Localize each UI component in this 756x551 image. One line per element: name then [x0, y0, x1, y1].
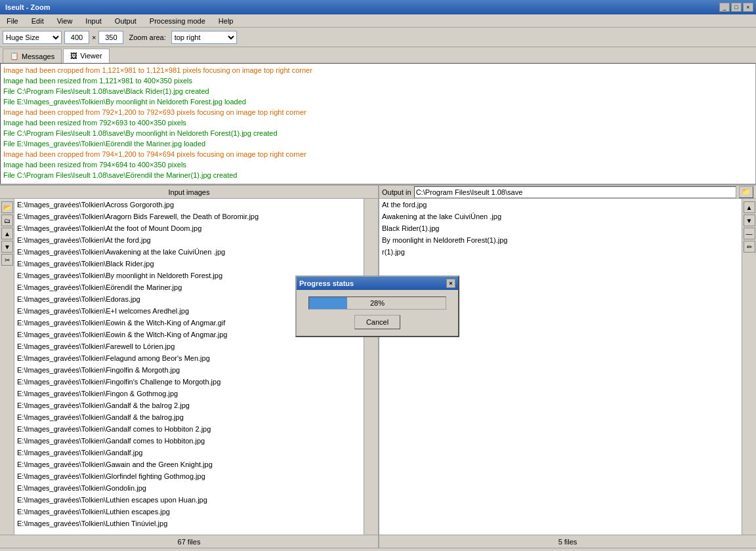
- list-item[interactable]: Awakening at the lake CuiviÚnen .jpg: [379, 211, 742, 222]
- log-line: Image had been cropped from 792×1,200 to…: [3, 107, 753, 117]
- list-item[interactable]: E:\Images_gravées\Tolkien\Awakening at t…: [14, 246, 364, 258]
- log-line: Image had been resized from 794×694 to 4…: [3, 159, 753, 170]
- list-item[interactable]: r(1).jpg: [379, 246, 742, 258]
- list-item[interactable]: E:\Images_gravées\Tolkien\Gawain and the…: [14, 459, 364, 470]
- progress-bar-fill: [309, 297, 347, 309]
- height-input[interactable]: [98, 31, 123, 44]
- list-item[interactable]: E:\Images_gravées\Tolkien\Gandalf & the …: [14, 411, 364, 423]
- status-bar: Process selected images: [0, 548, 756, 551]
- list-item[interactable]: E:\Images_gravées\Tolkien\Luthien Tinúvi…: [14, 518, 364, 529]
- viewer-icon: 🖼: [70, 52, 77, 60]
- list-item[interactable]: E:\Images_gravées\Tolkien\Fingolfin's Ch…: [14, 376, 364, 388]
- tab-messages[interactable]: 📋 Messages: [3, 49, 62, 63]
- add-folder-button[interactable]: 🗂: [1, 214, 13, 226]
- list-item[interactable]: E:\Images_gravées\Tolkien\At the ford.jp…: [14, 234, 364, 246]
- list-item[interactable]: E:\Images_gravées\Tolkien\Black Rider.jp…: [14, 258, 364, 270]
- log-line: Image had been cropped from 1,121×981 to…: [3, 65, 753, 75]
- input-panel: Input images 📂 🗂 ▲ ▼ ✂ E:\Images_gravées…: [0, 186, 379, 535]
- output-list-container: At the ford.jpgAwakening at the lake Cui…: [379, 199, 756, 535]
- menu-output[interactable]: Output: [111, 16, 140, 26]
- zoom-select[interactable]: top right: [171, 31, 237, 44]
- menu-processing-mode[interactable]: Processing mode: [146, 16, 209, 26]
- list-item[interactable]: E:\Images_gravées\Tolkien\Gandalf comes …: [14, 423, 364, 435]
- log-line: File C:\Program Files\Iseult 1.08\save\B…: [3, 128, 753, 138]
- output-edit-button[interactable]: ✏: [744, 241, 755, 253]
- log-area[interactable]: Image had been cropped from 1,121×981 to…: [0, 63, 756, 184]
- log-line: File E:\Images_gravées\Tolkien\By moonli…: [3, 96, 753, 107]
- dialog-close-button[interactable]: ×: [446, 279, 455, 288]
- menu-file[interactable]: File: [3, 16, 22, 26]
- output-browse-button[interactable]: 📁: [739, 186, 753, 198]
- list-item[interactable]: E:\Images_gravées\Tolkien\Gandalf.jpg: [14, 447, 364, 459]
- dialog-body: 28% Cancel: [297, 290, 458, 336]
- log-line: Image had been resized from 792×693 to 4…: [3, 117, 753, 128]
- size-separator: ×: [92, 33, 96, 41]
- list-item[interactable]: E:\Images_gravées\Tolkien\Aragorn Bids F…: [14, 211, 364, 222]
- input-icon-buttons: 📂 🗂 ▲ ▼ ✂: [0, 199, 14, 535]
- menu-view[interactable]: View: [53, 16, 77, 26]
- menu-edit[interactable]: Edit: [28, 16, 48, 26]
- list-item[interactable]: By moonlight in Neldoreth Forest(1).jpg: [379, 234, 742, 246]
- move-up-button[interactable]: ▲: [1, 228, 13, 239]
- output-file-list[interactable]: At the ford.jpgAwakening at the lake Cui…: [379, 199, 742, 535]
- list-item[interactable]: E:\Images_gravées\Tolkien\Luthien escape…: [14, 506, 364, 518]
- log-line: Image had been resized from 1,121×981 to…: [3, 75, 753, 86]
- size-select[interactable]: Huge Size: [3, 31, 62, 44]
- log-line: File E:\Images_gravées\Tolkien\Eörendil …: [3, 138, 753, 149]
- output-in-label: Output in: [382, 188, 411, 196]
- output-minus-button[interactable]: —: [744, 228, 755, 239]
- window-title: Iseult - Zoom: [3, 3, 50, 11]
- list-item[interactable]: E:\Images_gravées\Tolkien\Luthien escape…: [14, 494, 364, 506]
- window-controls[interactable]: _ □ ×: [719, 3, 753, 12]
- input-file-count: 67 files: [0, 535, 379, 548]
- log-line: Image had been cropped from 794×1,200 to…: [3, 149, 753, 159]
- tab-bar: 📋 Messages 🖼 Viewer: [0, 47, 756, 63]
- tab-messages-label: Messages: [22, 52, 54, 60]
- menu-bar: File Edit View Input Output Processing m…: [0, 14, 756, 28]
- menu-help[interactable]: Help: [215, 16, 238, 26]
- maximize-button[interactable]: □: [731, 3, 742, 12]
- add-files-button[interactable]: 📂: [1, 201, 13, 213]
- input-list-container: 📂 🗂 ▲ ▼ ✂ E:\Images_gravées\Tolkien\Acro…: [0, 199, 378, 535]
- output-panel-header: Output in 📁: [379, 186, 756, 199]
- dialog-title-text: Progress status: [299, 279, 354, 287]
- tab-viewer-label: Viewer: [80, 52, 102, 60]
- input-panel-header: Input images: [0, 186, 378, 199]
- list-item[interactable]: E:\Images_gravées\Tolkien\Gandalf comes …: [14, 435, 364, 447]
- toolbar: Huge Size × Zoom area: top right: [0, 28, 756, 47]
- progress-percent-text: 28%: [370, 299, 385, 307]
- bottom-section: Input images 📂 🗂 ▲ ▼ ✂ E:\Images_gravées…: [0, 184, 756, 535]
- messages-icon: 📋: [10, 52, 19, 60]
- list-item[interactable]: E:\Images_gravées\Tolkien\At the foot of…: [14, 222, 364, 234]
- close-button[interactable]: ×: [743, 3, 753, 12]
- move-down-button[interactable]: ▼: [1, 241, 13, 253]
- output-side-buttons: ▲ ▼ — ✏: [742, 199, 756, 535]
- output-up-button[interactable]: ▲: [744, 201, 755, 213]
- list-item[interactable]: E:\Images_gravées\Tolkien\Fingolfin & Mo…: [14, 364, 364, 376]
- list-item[interactable]: E:\Images_gravées\Tolkien\Across Gorgoro…: [14, 199, 364, 211]
- input-scrollbar-area: [364, 199, 378, 535]
- progress-dialog: Progress status × 28% Cancel: [295, 276, 459, 337]
- list-item[interactable]: At the ford.jpg: [379, 199, 742, 211]
- list-item[interactable]: E:\Images_gravées\Tolkien\Farewell to Ló…: [14, 340, 364, 352]
- list-item[interactable]: E:\Images_gravées\Tolkien\Gondolin.jpg: [14, 482, 364, 494]
- output-path-input[interactable]: [414, 186, 736, 198]
- cancel-button[interactable]: Cancel: [354, 315, 400, 329]
- remove-button[interactable]: ✂: [1, 254, 13, 266]
- list-item[interactable]: E:\Images_gravées\Tolkien\Glorfindel fig…: [14, 470, 364, 482]
- log-line: File C:\Program Files\Iseult 1.08\save\B…: [3, 86, 753, 96]
- dialog-title-bar: Progress status ×: [297, 277, 458, 290]
- output-panel: Output in 📁 At the ford.jpgAwakening at …: [379, 186, 756, 535]
- width-input[interactable]: [64, 31, 89, 44]
- output-file-count: 5 files: [379, 535, 756, 548]
- input-file-list[interactable]: E:\Images_gravées\Tolkien\Across Gorgoro…: [14, 199, 364, 535]
- file-counts: 67 files 5 files: [0, 535, 756, 548]
- menu-input[interactable]: Input: [81, 16, 105, 26]
- list-item[interactable]: E:\Images_gravées\Tolkien\Gandalf & the …: [14, 399, 364, 411]
- minimize-button[interactable]: _: [719, 3, 730, 12]
- list-item[interactable]: Black Rider(1).jpg: [379, 222, 742, 234]
- tab-viewer[interactable]: 🖼 Viewer: [63, 49, 109, 63]
- output-down-button[interactable]: ▼: [744, 214, 755, 226]
- list-item[interactable]: E:\Images_gravées\Tolkien\Felagund among…: [14, 352, 364, 364]
- list-item[interactable]: E:\Images_gravées\Tolkien\Fingon & Gothm…: [14, 388, 364, 399]
